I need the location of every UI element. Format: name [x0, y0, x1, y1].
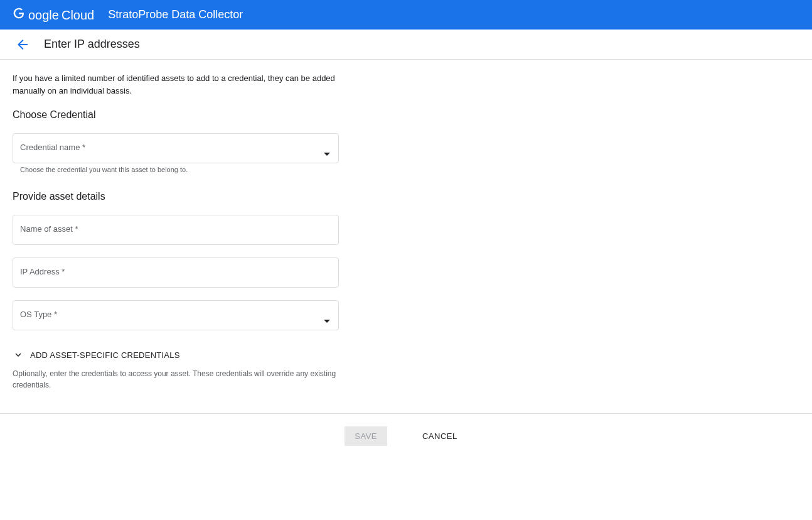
ip-address-input[interactable] [13, 257, 339, 288]
arrow-back-icon [15, 37, 30, 52]
google-cloud-logo: oogle Cloud [13, 7, 94, 23]
os-type-select[interactable] [13, 300, 339, 330]
ip-address-field: IP Address * [13, 257, 339, 288]
credential-name-select[interactable] [13, 133, 339, 163]
intro-text: If you have a limited number of identifi… [13, 72, 339, 97]
asset-name-input[interactable] [13, 215, 339, 245]
asset-credentials-section: ADD ASSET-SPECIFIC CREDENTIALS Optionall… [13, 349, 339, 391]
back-button[interactable] [13, 35, 33, 55]
page-title: Enter IP addresses [44, 38, 140, 51]
google-g-icon [13, 7, 25, 19]
expand-description: Optionally, enter the credentials to acc… [13, 368, 339, 391]
main-content: If you have a limited number of identifi… [0, 60, 351, 403]
expand-toggle-label: ADD ASSET-SPECIFIC CREDENTIALS [30, 350, 180, 360]
app-header: oogle Cloud StratoProbe Data Collector [0, 0, 812, 30]
page-subheader: Enter IP addresses [0, 30, 812, 60]
asset-name-field: Name of asset * [13, 215, 339, 245]
add-asset-credentials-toggle[interactable]: ADD ASSET-SPECIFIC CREDENTIALS [13, 349, 180, 360]
chevron-down-icon [13, 349, 24, 360]
choose-credential-title: Choose Credential [13, 109, 339, 121]
logo-text-google: oogle [28, 8, 59, 23]
logo-text-cloud: Cloud [61, 8, 94, 23]
credential-helper-text: Choose the credential you want this asse… [20, 166, 339, 173]
asset-details-title: Provide asset details [13, 191, 339, 202]
os-type-field: OS Type * [13, 300, 339, 330]
credential-name-field: Credential name * Choose the credential … [13, 133, 339, 173]
product-title: StratoProbe Data Collector [108, 8, 243, 21]
